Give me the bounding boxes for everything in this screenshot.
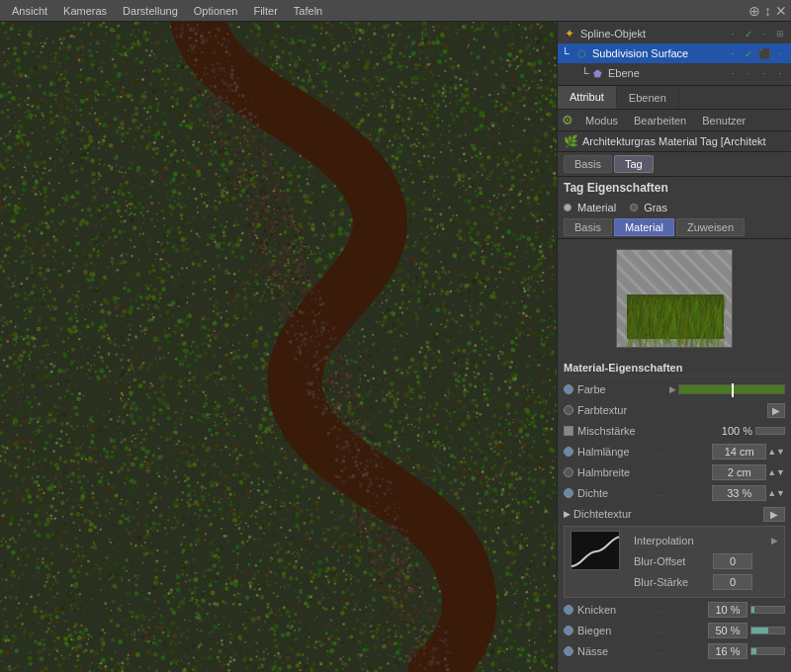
blur-staerke-input[interactable] <box>713 574 752 590</box>
knicken-input[interactable] <box>708 602 747 618</box>
halmlaenge-arrows[interactable]: ▲▼ <box>767 447 785 457</box>
mischstaerke-slider[interactable] <box>755 427 785 435</box>
spline-lock-icon[interactable]: · <box>757 27 771 41</box>
dichte-popup-inner: Interpolation ▶ Blur-Offset Blur-Stärke <box>571 531 778 593</box>
prop-halmbreite: Halmbreite ▲▼ <box>564 462 785 482</box>
mat-tab-material[interactable]: Material <box>614 218 674 236</box>
naesse-bar[interactable] <box>750 647 785 655</box>
sub-menu-bearbeiten[interactable]: Bearbeiten <box>628 113 692 128</box>
farbe-colorbar[interactable] <box>678 384 785 394</box>
object-tree: ✦ Spline-Objekt · ✓ · ⊞ └ ⬡ Subdivision … <box>558 22 791 86</box>
colorbar-thumb[interactable] <box>732 383 734 397</box>
biegen-bar[interactable] <box>750 627 785 634</box>
spline-vis-icon[interactable]: · <box>726 27 740 41</box>
ebene-row-icons: · · · · <box>726 66 787 80</box>
subdiv-extra2-icon[interactable]: · <box>773 46 787 60</box>
tree-row-subdiv[interactable]: └ ⬡ Subdivision Surface · ✓ ⬛ · <box>558 43 791 63</box>
halmlaenge-label: Halmlänge <box>577 446 652 458</box>
radio-gras[interactable] <box>630 204 638 211</box>
material-tag-leaf-icon: 🌿 <box>564 134 578 148</box>
knicken-bar[interactable] <box>750 606 785 614</box>
prop-dichtetextur: ▶ Dichtetextur ▶ <box>564 504 785 524</box>
small-tab-tag[interactable]: Tag <box>614 155 654 173</box>
radio-material-label: Material <box>577 202 616 213</box>
halmbreite-label: Halmbreite <box>577 466 652 478</box>
naesse-input[interactable] <box>708 643 747 659</box>
halmbreite-arrows[interactable]: ▲▼ <box>767 467 785 477</box>
material-preview <box>616 249 733 348</box>
menu-darstellung[interactable]: Darstellung <box>115 3 186 19</box>
subdiv-row-icons: · ✓ ⬛ · <box>726 46 787 60</box>
subdiv-vis-icon[interactable]: · <box>726 46 740 60</box>
viewport-canvas <box>0 22 557 672</box>
subdiv-indent: └ <box>562 47 573 59</box>
ebene-check-icon[interactable]: · <box>742 66 755 80</box>
radio-halmlaenge[interactable] <box>564 447 573 457</box>
prop-mischstaerke: Mischstärke 100 % <box>564 421 785 441</box>
radio-halmbreite[interactable] <box>564 467 573 477</box>
viewport[interactable] <box>0 22 557 672</box>
halmlaenge-input[interactable] <box>712 444 766 460</box>
radio-dichte[interactable] <box>564 488 573 498</box>
radio-farbtextur[interactable] <box>564 405 573 415</box>
dichtetextur-expand[interactable]: ▶ <box>564 509 571 519</box>
prop-halmlaenge: Halmlänge .... ▲▼ <box>564 442 785 462</box>
menu-tafeln[interactable]: Tafeln <box>286 3 330 19</box>
basis-tag-tab-bar: Basis Tag <box>558 152 791 177</box>
main-tab-bar: Attribut Ebenen <box>558 86 791 110</box>
sub-menu-benutzer[interactable]: Benutzer <box>696 113 751 128</box>
prop-knicken: Knicken .... <box>564 600 785 620</box>
sub-menu-modus[interactable]: Modus <box>579 113 624 128</box>
dichtetextur-btn[interactable]: ▶ <box>763 507 785 522</box>
interpolation-arrow[interactable]: ▶ <box>771 536 778 546</box>
mat-tab-zuweisen[interactable]: Zuweisen <box>676 218 745 236</box>
dichtetextur-label: Dichtetextur <box>573 508 648 520</box>
naesse-label: Nässe <box>577 645 652 657</box>
radio-material[interactable] <box>564 204 571 211</box>
radio-naesse[interactable] <box>564 646 573 656</box>
ebene-lock-icon[interactable]: · <box>757 66 771 80</box>
menu-filter[interactable]: Filter <box>245 3 285 19</box>
menu-optionen[interactable]: Optionen <box>186 3 246 19</box>
right-panel: ✦ Spline-Objekt · ✓ · ⊞ └ ⬡ Subdivision … <box>557 22 791 672</box>
radio-farbe[interactable] <box>564 384 573 394</box>
menu-ansicht[interactable]: Ansicht <box>4 3 55 19</box>
dichte-arrows[interactable]: ▲▼ <box>767 488 785 498</box>
checkbox-mischstaerke[interactable] <box>564 426 573 436</box>
blur-staerke-label: Blur-Stärke <box>634 576 713 588</box>
tree-row-spline[interactable]: ✦ Spline-Objekt · ✓ · ⊞ <box>558 24 791 43</box>
spline-extra-icon[interactable]: ⊞ <box>773 27 787 41</box>
sub-menu: ⚙ Modus Bearbeiten Benutzer <box>558 110 791 131</box>
mat-tab-basis[interactable]: Basis <box>564 218 612 236</box>
dichte-blur-staerke-row: Blur-Stärke <box>634 572 778 592</box>
blur-offset-input[interactable] <box>713 553 752 569</box>
radio-knicken[interactable] <box>564 605 573 615</box>
menu-kameras[interactable]: Kameras <box>55 3 115 19</box>
farbe-arrow[interactable]: ▶ <box>669 384 676 394</box>
subdiv-lock-icon[interactable]: ⬛ <box>757 46 771 60</box>
halmbreite-input[interactable] <box>712 464 766 480</box>
ebene-extra-icon[interactable]: · <box>773 66 787 80</box>
ebene-vis-icon[interactable]: · <box>726 66 740 80</box>
tab-ebenen[interactable]: Ebenen <box>617 86 679 109</box>
spline-check-icon[interactable]: ✓ <box>742 27 755 41</box>
blur-offset-label: Blur-Offset <box>634 555 713 567</box>
menu-bar: Ansicht Kameras Darstellung Optionen Fil… <box>0 0 791 22</box>
tree-row-ebene[interactable]: └ ⬟ Ebene · · · · <box>558 63 791 83</box>
biegen-input[interactable] <box>708 623 747 638</box>
move-icon: ⊕ <box>748 3 760 19</box>
radio-biegen[interactable] <box>564 626 573 635</box>
dichte-label: Dichte <box>577 487 652 499</box>
spline-row-icons: · ✓ · ⊞ <box>726 27 787 41</box>
tab-attribut[interactable]: Attribut <box>558 86 617 109</box>
main-layout: ✦ Spline-Objekt · ✓ · ⊞ └ ⬡ Subdivision … <box>0 22 791 672</box>
farbtextur-btn[interactable]: ▶ <box>767 403 785 418</box>
halmlaenge-dots: .... <box>652 447 669 457</box>
small-tab-basis[interactable]: Basis <box>564 155 612 173</box>
dichte-input[interactable] <box>712 485 766 501</box>
menu-bar-icons: ⊕ ↕ ✕ <box>748 3 787 19</box>
material-preview-container <box>558 239 791 358</box>
subdiv-check-icon[interactable]: ✓ <box>742 46 755 60</box>
prop-dichte: Dichte .... ▲▼ <box>564 483 785 503</box>
prop-farbtextur: Farbtextur ▶ <box>564 400 785 420</box>
